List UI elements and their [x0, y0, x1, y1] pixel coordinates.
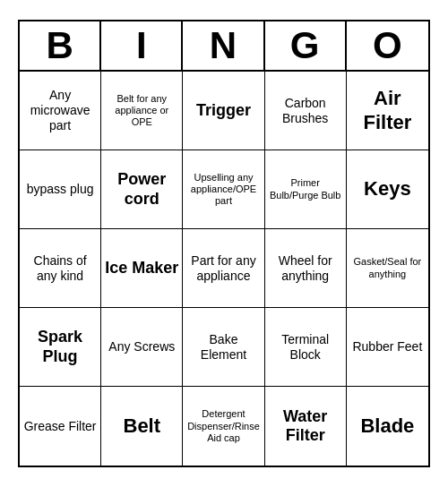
bingo-cell-0: Any microwave part [20, 72, 101, 150]
cell-text-20: Grease Filter [24, 419, 97, 434]
cell-text-19: Rubber Feet [352, 339, 422, 355]
bingo-cell-20: Grease Filter [20, 387, 101, 466]
cell-text-18: Terminal Block [268, 332, 343, 363]
bingo-cell-10: Chains of any kind [20, 229, 101, 308]
bingo-cell-8: Primer Bulb/Purge Bulb [265, 150, 347, 229]
bingo-cell-13: Wheel for anything [265, 229, 347, 308]
header-letter-b: B [20, 21, 101, 70]
cell-text-12: Part for any appliance [185, 253, 261, 284]
bingo-cell-21: Belt [101, 387, 183, 466]
bingo-cell-4: Air Filter [347, 72, 428, 150]
bingo-cell-18: Terminal Block [265, 308, 347, 387]
bingo-cell-6: Power cord [101, 150, 183, 229]
bingo-grid: Any microwave partBelt for any appliance… [20, 72, 428, 466]
cell-text-16: Any Screws [108, 339, 175, 355]
cell-text-6: Power cord [104, 170, 179, 209]
bingo-cell-9: Keys [347, 150, 428, 229]
cell-text-11: Ice Maker [105, 259, 178, 278]
cell-text-5: bypass plug [27, 182, 94, 197]
cell-text-23: Water Filter [268, 407, 343, 446]
cell-text-14: Gasket/Seal for anything [349, 256, 426, 279]
cell-text-22: Detergent Dispenser/Rinse Aid cap [185, 408, 261, 444]
bingo-cell-11: Ice Maker [101, 229, 183, 308]
cell-text-21: Belt [124, 414, 161, 438]
cell-text-10: Chains of any kind [22, 253, 98, 284]
cell-text-24: Blade [360, 414, 414, 438]
bingo-cell-23: Water Filter [265, 387, 347, 466]
header-letter-g: G [265, 21, 347, 70]
bingo-cell-24: Blade [347, 387, 428, 466]
bingo-cell-3: Carbon Brushes [265, 72, 347, 150]
bingo-cell-7: Upselling any appliance/OPE part [183, 150, 264, 229]
bingo-cell-14: Gasket/Seal for anything [347, 229, 428, 308]
cell-text-15: Spark Plug [22, 328, 98, 366]
bingo-header: BINGO [20, 21, 428, 72]
bingo-cell-19: Rubber Feet [347, 308, 428, 387]
cell-text-2: Trigger [196, 101, 251, 121]
cell-text-7: Upselling any appliance/OPE part [185, 172, 261, 208]
header-letter-n: N [183, 21, 264, 70]
bingo-cell-22: Detergent Dispenser/Rinse Aid cap [183, 387, 264, 466]
bingo-card: BINGO Any microwave partBelt for any app… [18, 20, 430, 467]
cell-text-13: Wheel for anything [268, 253, 343, 284]
cell-text-17: Bake Element [185, 332, 261, 363]
cell-text-0: Any microwave part [22, 88, 98, 132]
bingo-cell-2: Trigger [183, 72, 264, 150]
bingo-cell-1: Belt for any appliance or OPE [101, 72, 183, 150]
cell-text-1: Belt for any appliance or OPE [104, 93, 179, 129]
header-letter-i: I [101, 21, 183, 70]
cell-text-8: Primer Bulb/Purge Bulb [268, 177, 343, 201]
bingo-cell-5: bypass plug [20, 150, 101, 229]
header-letter-o: O [347, 21, 428, 70]
cell-text-4: Air Filter [349, 87, 426, 134]
cell-text-3: Carbon Brushes [268, 96, 343, 126]
bingo-cell-17: Bake Element [183, 308, 264, 387]
cell-text-9: Keys [364, 177, 411, 201]
bingo-cell-12: Part for any appliance [183, 229, 264, 308]
bingo-cell-16: Any Screws [101, 308, 183, 387]
bingo-cell-15: Spark Plug [20, 308, 101, 387]
